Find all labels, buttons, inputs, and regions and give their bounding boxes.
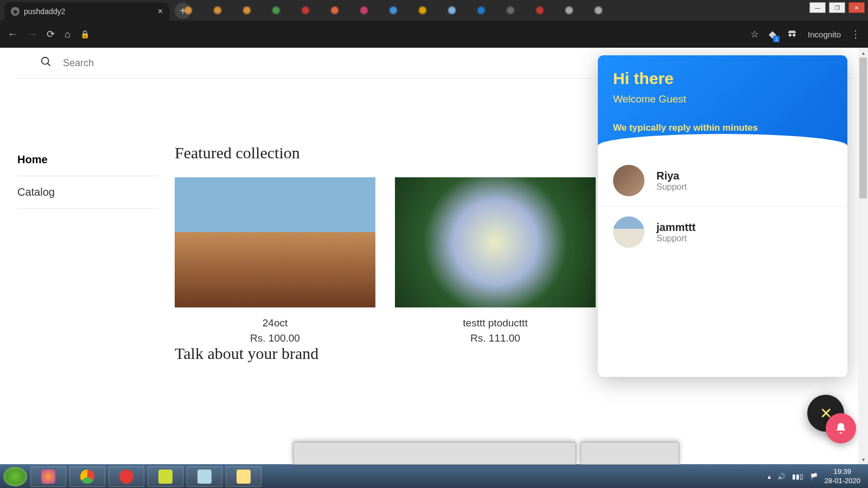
browser-toolbar: ← → ⟳ ⌂ 🔒 ☆ ◆1 Incognito ⋮ [0, 21, 868, 48]
svg-line-3 [48, 63, 50, 66]
background-tabs-blur [184, 7, 602, 14]
lock-icon: 🔒 [80, 30, 90, 38]
forward-icon[interactable]: → [27, 29, 37, 40]
clock-date: 28-01-2020 [825, 477, 861, 486]
scroll-down-arrow-icon[interactable]: ▾ [858, 454, 868, 464]
search-icon [40, 56, 52, 70]
agent-name: jammttt [656, 221, 695, 234]
tab-title: pushdaddy2 [24, 7, 65, 16]
flag-icon[interactable]: 🏳️ [810, 473, 818, 480]
system-tray: ▴ 🔊 ▮▮▯ 🏳️ 19:39 28-01-2020 [768, 467, 865, 486]
scroll-up-arrow-icon[interactable]: ▴ [858, 48, 868, 57]
agent-role: Support [656, 182, 687, 192]
chat-reply-line: We typically reply within minutes [613, 123, 832, 133]
clock-time: 19:39 [825, 467, 861, 477]
product-image [175, 177, 375, 307]
kebab-menu-icon[interactable]: ⋮ [851, 28, 860, 40]
maximize-button[interactable]: ❐ [829, 2, 845, 13]
svg-point-0 [789, 33, 792, 36]
page-viewport: Home Catalog Featured collection 24oct R… [0, 48, 868, 464]
svg-point-1 [793, 33, 796, 36]
start-button[interactable] [3, 467, 27, 486]
taskbar-app-stickynotes[interactable] [226, 466, 261, 487]
back-icon[interactable]: ← [8, 29, 17, 40]
product-card[interactable]: 24oct Rs. 100.00 [175, 177, 375, 344]
close-window-button[interactable]: ✕ [848, 2, 865, 13]
taskbar-preview [580, 442, 679, 465]
vertical-scrollbar[interactable]: ▴ ▾ [858, 48, 868, 464]
taskbar-app-notepadpp[interactable] [148, 466, 183, 487]
chat-header: Hi there Welcome Guest We typically repl… [598, 55, 847, 145]
scrollbar-thumb[interactable] [859, 57, 867, 198]
star-icon[interactable]: ☆ [750, 28, 759, 40]
agent-name: Riya [656, 170, 687, 182]
home-icon[interactable]: ⌂ [65, 29, 71, 40]
product-image [395, 177, 596, 307]
incognito-icon [786, 27, 798, 42]
network-icon[interactable]: ▮▮▯ [792, 473, 803, 480]
taskbar-clock[interactable]: 19:39 28-01-2020 [825, 467, 861, 486]
product-price: Rs. 111.00 [395, 332, 596, 344]
product-name: 24oct [175, 317, 375, 329]
close-tab-icon[interactable]: × [158, 7, 163, 16]
chat-agent[interactable]: jammttt Support [598, 207, 847, 258]
taskbar-app-firefox[interactable] [30, 466, 66, 487]
chat-title: Hi there [613, 69, 832, 88]
notification-bell-button[interactable] [826, 413, 856, 444]
volume-icon[interactable]: 🔊 [777, 473, 786, 480]
minimize-button[interactable]: — [809, 2, 826, 13]
avatar [613, 216, 644, 248]
taskbar-app-opera[interactable] [108, 466, 144, 487]
product-card[interactable]: testtt ptoducttt Rs. 111.00 [395, 177, 596, 344]
nav-home[interactable]: Home [17, 144, 158, 176]
globe-icon: ◉ [11, 7, 20, 16]
avatar [613, 165, 644, 196]
svg-point-2 [42, 57, 49, 64]
chat-widget: Hi there Welcome Guest We typically repl… [598, 55, 847, 377]
browser-tab-active[interactable]: ◉ pushdaddy2 × [4, 2, 169, 21]
taskbar-app-chrome[interactable] [69, 466, 105, 487]
extension-icon[interactable]: ◆1 [769, 28, 776, 40]
taskbar-app-notepad[interactable] [187, 466, 222, 487]
nav-catalog[interactable]: Catalog [17, 176, 158, 209]
agent-role: Support [656, 234, 695, 243]
browser-tab-strip: ◉ pushdaddy2 × + — ❐ ✕ [0, 0, 868, 21]
windows-taskbar: ▴ 🔊 ▮▮▯ 🏳️ 19:39 28-01-2020 [0, 464, 868, 488]
chat-agent[interactable]: Riya Support [598, 155, 847, 207]
window-controls: — ❐ ✕ [809, 2, 865, 13]
tray-chevron-up-icon[interactable]: ▴ [768, 473, 771, 480]
taskbar-preview [293, 442, 576, 465]
chat-agent-list: Riya Support jammttt Support [598, 145, 847, 377]
side-nav: Home Catalog [17, 144, 175, 378]
product-name: testtt ptoducttt [395, 317, 596, 329]
chat-subtitle: Welcome Guest [613, 93, 832, 105]
reload-icon[interactable]: ⟳ [47, 28, 55, 40]
incognito-label: Incognito [808, 30, 841, 39]
product-price: Rs. 100.00 [175, 332, 375, 344]
